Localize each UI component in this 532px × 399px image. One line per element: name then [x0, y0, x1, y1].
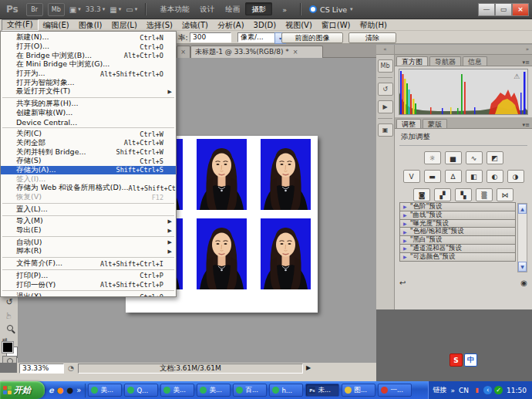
file-menu-item[interactable]: 在 Bridge 中浏览(B)...Alt+Ctrl+O: [1, 51, 176, 60]
brightness-contrast-icon[interactable]: ☼: [424, 151, 441, 164]
background-doc-tab[interactable]: ×: [177, 46, 190, 58]
close-button[interactable]: ×: [512, 3, 529, 16]
threshold-icon[interactable]: ▚: [455, 188, 472, 201]
workspace-overflow-button[interactable]: »: [277, 4, 292, 15]
triangle-right-icon[interactable]: ▶: [403, 204, 407, 209]
status-menu-arrow-icon[interactable]: ▶: [306, 364, 311, 371]
menubar-item[interactable]: 滤镜(T): [177, 20, 213, 30]
taskbar-task-button[interactable]: 一...: [378, 384, 412, 397]
language-indicator[interactable]: CN: [459, 387, 469, 394]
exposure-icon[interactable]: ◩: [487, 151, 503, 164]
menubar-item[interactable]: 3D(D): [249, 20, 281, 30]
workspace-button[interactable]: 设计: [194, 3, 220, 15]
screen-mode-button[interactable]: ▭▾: [126, 5, 137, 14]
cs-live-button[interactable]: CS Live▾: [309, 5, 353, 14]
view-extras-button[interactable]: ▦▾: [109, 5, 121, 14]
zoom-level-dropdown[interactable]: 33.3▾: [86, 5, 106, 13]
close-icon[interactable]: ×: [293, 49, 298, 56]
collapse-dock-button[interactable]: «: [376, 45, 394, 55]
histogram-tab[interactable]: 导航器: [429, 56, 461, 66]
active-doc-tab[interactable]: 未标题-1 @ 33.3%(RGB/8) *×: [190, 46, 323, 58]
chinese-mode-icon[interactable]: 中: [464, 353, 477, 367]
file-menu-item[interactable]: 存储为(A)...Shift+Ctrl+S: [1, 166, 176, 175]
links-overflow-icon[interactable]: »: [451, 387, 456, 394]
menubar-item[interactable]: 编辑(E): [39, 20, 74, 30]
file-menu-item[interactable]: 关闭并转到 Bridge...Shift+Ctrl+W: [1, 147, 176, 157]
resolution-input[interactable]: 300: [190, 32, 231, 42]
menubar-item[interactable]: 文件(F): [2, 19, 39, 31]
menubar-item[interactable]: 帮助(H): [355, 20, 392, 30]
expand-dock-button[interactable]: »: [395, 45, 532, 55]
file-menu-item[interactable]: 自动(U)▶: [1, 238, 176, 247]
channel-mixer-icon[interactable]: ◑: [507, 170, 524, 183]
file-menu-item[interactable]: 关闭(C)Ctrl+W: [1, 130, 176, 139]
file-menu-item[interactable]: 置入(L)...: [1, 205, 176, 214]
status-zoom-field[interactable]: 33.33%: [19, 363, 64, 374]
launch-bridge-button[interactable]: Br: [26, 3, 43, 16]
taskbar-task-button[interactable]: 美...: [160, 384, 194, 397]
mini-bridge-icon[interactable]: Mb: [378, 59, 393, 73]
triangle-right-icon[interactable]: ▶: [403, 245, 407, 251]
clear-button[interactable]: 清除: [348, 32, 396, 43]
scroll-up-icon[interactable]: ▲: [518, 204, 527, 214]
menubar-item[interactable]: 图层(L): [106, 20, 141, 30]
panel-menu-icon[interactable]: ▾≡: [523, 59, 530, 66]
sogou-icon[interactable]: S: [450, 353, 463, 367]
return-to-list-icon[interactable]: ↩: [399, 279, 406, 287]
photo-filter-icon[interactable]: ◐: [487, 170, 503, 183]
file-menu-item[interactable]: 签入(I)...: [1, 174, 176, 184]
menubar-item[interactable]: 选择(S): [142, 20, 177, 30]
antivirus-shield-icon[interactable]: ✓: [494, 386, 503, 394]
resolution-unit-select[interactable]: 像素/...▾: [237, 32, 276, 42]
preset-scrollbar[interactable]: ▲ ▼: [517, 203, 527, 272]
file-menu-item[interactable]: 关闭全部Alt+Ctrl+W: [1, 139, 176, 148]
taskbar-task-button[interactable]: Q...: [124, 384, 158, 397]
file-menu-item[interactable]: 存储为 Web 和设备所用格式(D)...Alt+Shift+Ctrl+S: [1, 184, 176, 193]
histogram-tab[interactable]: 直方图: [396, 56, 428, 66]
menubar-item[interactable]: 窗口(W): [317, 20, 355, 30]
black-white-icon[interactable]: ◧: [466, 170, 483, 183]
taskbar-task-button[interactable]: 美...: [88, 384, 122, 397]
histogram-tab[interactable]: 信息: [463, 56, 487, 66]
foreground-color-swatch[interactable]: [2, 341, 14, 353]
visibility-toggle-icon[interactable]: ◉: [520, 279, 527, 287]
file-menu-item[interactable]: Device Central...: [1, 117, 176, 127]
file-menu-item[interactable]: 打开为...Alt+Shift+Ctrl+O: [1, 69, 176, 79]
adjustments-tab[interactable]: 调整: [396, 119, 421, 128]
file-menu-item[interactable]: 共享我的屏幕(H)...: [1, 100, 176, 109]
file-menu-item[interactable]: 打开为智能对象...: [1, 78, 176, 87]
start-button[interactable]: 开始: [0, 381, 45, 399]
qq-icon[interactable]: ●: [67, 387, 74, 394]
triangle-right-icon[interactable]: ▶: [403, 254, 407, 259]
curves-icon[interactable]: ∿: [466, 151, 483, 164]
input-bar-icon[interactable]: ▮: [473, 386, 481, 394]
scroll-down-icon[interactable]: ▼: [518, 262, 527, 272]
taskbar-task-button[interactable]: h...: [269, 384, 303, 397]
taskbar-task-button[interactable]: 美...: [197, 384, 231, 397]
triangle-right-icon[interactable]: ▶: [403, 229, 407, 235]
triangle-right-icon[interactable]: ▶: [403, 221, 407, 226]
zoom-tool[interactable]: [3, 324, 15, 335]
file-menu-item[interactable]: 文件简介(F)...Alt+Shift+Ctrl+I: [1, 259, 176, 269]
taskbar-task-button[interactable]: 图...: [342, 384, 375, 397]
panel-menu-icon[interactable]: ▾≡: [523, 122, 530, 128]
hue-saturation-icon[interactable]: ▬: [424, 170, 441, 183]
file-menu-item[interactable]: 最近打开文件(T)▶: [1, 87, 176, 96]
rotate-tray-icon[interactable]: ‹: [483, 386, 492, 394]
file-menu-item[interactable]: 脚本(R)▶: [1, 247, 176, 256]
triangle-right-icon[interactable]: ▶: [403, 212, 407, 218]
file-menu-item[interactable]: 新建(N)...Ctrl+N: [1, 33, 176, 42]
vibrance-icon[interactable]: V: [403, 170, 420, 183]
file-menu-item[interactable]: 创建新审核(W)...: [1, 109, 176, 118]
triangle-right-icon[interactable]: ▶: [403, 238, 407, 243]
workspace-button[interactable]: 摄影: [245, 2, 272, 15]
restore-button[interactable]: ▭: [495, 3, 512, 16]
menubar-item[interactable]: 图像(I): [74, 20, 107, 30]
file-menu-item[interactable]: 打开(O)...Ctrl+O: [1, 42, 176, 52]
hand-tool[interactable]: ☞: [4, 309, 15, 322]
file-menu-item[interactable]: 退出(X)Ctrl+Q: [1, 292, 176, 297]
launch-mini-bridge-button[interactable]: Mb: [48, 3, 65, 16]
selective-color-icon[interactable]: ⋈: [497, 188, 513, 201]
file-menu-item[interactable]: 打印一份(Y)Alt+Shift+Ctrl+P: [1, 280, 176, 289]
file-menu-item[interactable]: 导出(E)▶: [1, 226, 176, 235]
